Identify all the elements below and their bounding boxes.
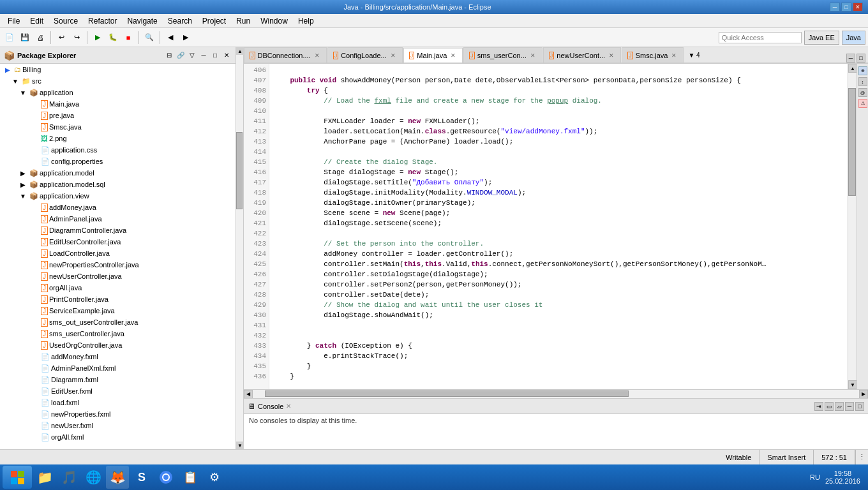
tab-overflow-button[interactable]: ▼ 4 [684,49,703,61]
tree-item-orgall-fxml[interactable]: 📄 orgAll.fxml [0,431,236,443]
tab-smsc-java[interactable]: J Smsc.java ✕ [622,47,684,63]
minimize-button[interactable]: ─ [830,3,840,11]
menu-help[interactable]: Help [293,15,319,27]
tree-item-app-css[interactable]: 📄 application.css [0,144,236,156]
menu-project[interactable]: Project [197,15,231,27]
close-explorer-button[interactable]: ✕ [221,50,232,61]
tree-item-newprops-fxml[interactable]: 📄 newProperties.fxml [0,408,236,420]
undo-button[interactable]: ↩ [54,31,68,45]
close-tab-config[interactable]: ✕ [389,52,397,59]
menu-refactor[interactable]: Refactor [83,15,122,27]
tab-newusercont[interactable]: J newUserCont... ✕ [543,47,621,63]
tree-item-billing[interactable]: ▶ 🗂 Billing [0,64,236,75]
h-scroll-thumb[interactable] [265,390,629,397]
tree-item-newprops-ctrl[interactable]: J newPropertiesController.java [0,259,236,271]
tree-item-edituser-fxml[interactable]: 📄 EditUser.fxml [0,385,236,397]
tree-item-newuser-fxml[interactable]: 📄 newUser.fxml [0,420,236,431]
menu-window[interactable]: Window [255,15,293,27]
maximize-explorer-button[interactable]: □ [210,50,220,61]
minimize-editor-button[interactable]: ─ [846,54,855,63]
tree-item-usedorg-ctrl[interactable]: J UsedOrgController.java [0,339,236,351]
scroll-up-arrow[interactable]: ▲ [236,47,244,55]
tree-item-config-prop[interactable]: 📄 config.properties [0,156,236,167]
tree-item-application[interactable]: ▼ 📦 application [0,87,236,98]
tree-item-app-view[interactable]: ▼ 📦 application.view [0,190,236,202]
taskbar-chrome-icon[interactable] [154,466,177,489]
redo-button[interactable]: ↪ [70,31,84,45]
ri-icon-3[interactable]: @ [858,88,867,97]
maximize-editor-button[interactable]: □ [857,54,865,63]
tree-item-smsc-java[interactable]: J Smsc.java [0,121,236,133]
tree-item-diagramm-ctrl[interactable]: J DiagrammController.java [0,225,236,236]
tree-item-smsout-ctrl[interactable]: J sms_out_userController.java [0,316,236,328]
menu-navigate[interactable]: Navigate [122,15,162,27]
tab-configloader[interactable]: J ConfigLoade... ✕ [327,47,403,63]
taskbar-app1-icon[interactable]: 📋 [179,466,202,489]
menu-search[interactable]: Search [163,15,197,27]
tree-item-src[interactable]: ▼ 📁 src [0,75,236,87]
console-minimize-button[interactable]: ─ [845,402,854,411]
maximize-button[interactable]: □ [841,3,851,11]
save-button[interactable]: 💾 [18,31,32,45]
close-button[interactable]: ✕ [853,3,863,11]
menu-edit[interactable]: Edit [25,15,49,27]
tree-item-app-model-sql[interactable]: ▶ 📦 application.model.sql [0,179,236,190]
close-tab-smsc[interactable]: ✕ [670,52,678,59]
menu-source[interactable]: Source [49,15,83,27]
ri-icon-2[interactable]: ↕ [858,77,867,86]
editor-horizontal-scrollbar[interactable]: ◀ ▶ [244,389,868,398]
debug-button[interactable]: 🐛 [106,31,120,45]
tree-item-smsuser-ctrl[interactable]: J sms_userController.java [0,328,236,339]
taskbar-skype-icon[interactable]: S [130,466,153,489]
tree-item-print-ctrl[interactable]: J PrintController.java [0,293,236,305]
menu-file[interactable]: File [3,15,25,27]
scroll-up-button[interactable]: ▲ [848,64,857,73]
taskbar-media-icon[interactable]: 🎵 [57,466,80,489]
back-button[interactable]: ◀ [163,31,177,45]
tree-item-addmoney-java[interactable]: J addMoney.java [0,202,236,213]
editor-vertical-scrollbar[interactable]: ▲ ▼ [848,64,857,389]
taskbar-browser1-icon[interactable]: 🌐 [82,466,105,489]
menu-run[interactable]: Run [231,15,255,27]
ri-icon-1[interactable]: ⊕ [858,66,867,75]
scroll-left-button[interactable]: ◀ [244,390,253,399]
tree-item-app-model[interactable]: ▶ 📦 application.model [0,167,236,179]
taskbar-firefox-icon[interactable]: 🦊 [106,466,129,489]
tree-item-adminpanel-java[interactable]: J AdminPanel.java [0,213,236,225]
tree-item-main-java[interactable]: J Main.java [0,98,236,110]
java-perspective[interactable]: Java [842,31,865,45]
tree-item-load-fxml[interactable]: 📄 load.fxml [0,397,236,408]
tree-item-load-ctrl[interactable]: J LoadController.java [0,248,236,259]
new-button[interactable]: 📄 [3,31,17,45]
tree-item-2-png[interactable]: 🖼 2.png [0,133,236,144]
java-ee-perspective[interactable]: Java EE [804,31,839,45]
explorer-menu-button[interactable]: ▽ [187,50,197,61]
tab-sms-usercon[interactable]: J sms_userCon... ✕ [463,47,542,63]
link-with-editor-button[interactable]: 🔗 [176,50,186,61]
taskbar-explorer-icon[interactable]: 📁 [33,466,56,489]
taskbar-eclipse-icon[interactable]: ⚙ [203,466,226,489]
scroll-down-arrow[interactable]: ▼ [236,442,244,449]
tree-item-addmoney-fxml[interactable]: 📄 addMoney.fxml [0,351,236,362]
tree-item-diagramm-fxml[interactable]: 📄 Diagramm.fxml [0,374,236,385]
close-tab-sms[interactable]: ✕ [529,52,537,59]
tab-dbconnection[interactable]: J DBConnection.... ✕ [244,47,327,63]
tree-item-adminpanel-fxml[interactable]: 📄 AdminPanelXml.fxml [0,362,236,374]
close-tab-newuser[interactable]: ✕ [608,52,615,59]
stop-button[interactable]: ■ [121,31,135,45]
ri-icon-4[interactable]: ⚠ [858,99,867,108]
start-button[interactable] [3,466,32,489]
tree-item-newuser-ctrl[interactable]: J newUserController.java [0,271,236,282]
scroll-down-button[interactable]: ▼ [848,380,857,389]
close-tab-main[interactable]: ✕ [449,52,457,59]
tree-item-orgall-java[interactable]: J orgAll.java [0,282,236,293]
scroll-right-button[interactable]: ▶ [859,390,868,399]
close-tab-db[interactable]: ✕ [313,52,321,59]
scroll-thumb[interactable] [236,132,243,209]
tree-item-edituser-ctrl[interactable]: J EditUserController.java [0,236,236,248]
console-btn-3[interactable]: ▱ [835,402,844,411]
console-btn-1[interactable]: ⇥ [814,402,823,411]
quick-access-input[interactable] [719,32,802,43]
scroll-thumb-vertical[interactable] [848,88,856,196]
print-button[interactable]: 🖨 [33,31,47,45]
